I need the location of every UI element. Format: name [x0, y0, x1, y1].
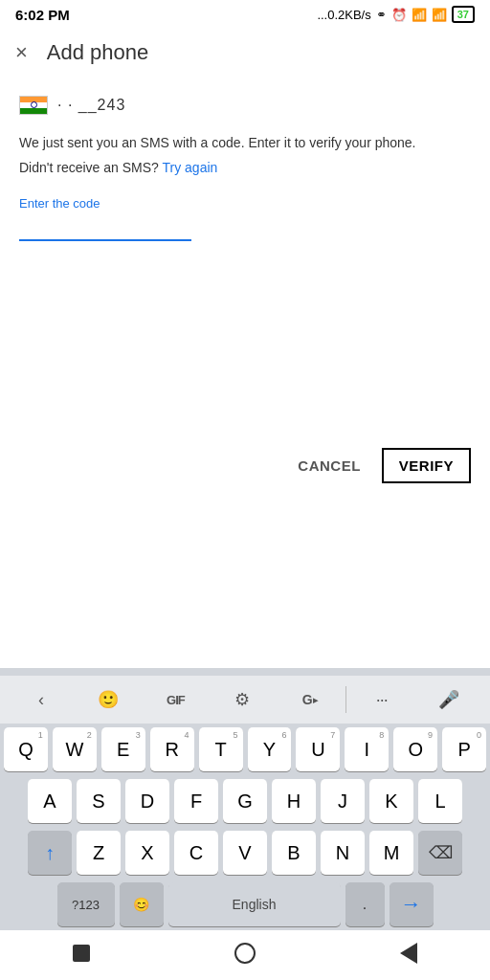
signal-icon: 📶: [412, 8, 427, 22]
status-icons: ...0.2KB/s ⚭ ⏰ 📶 📶 37: [317, 6, 475, 23]
key-k[interactable]: K: [369, 779, 413, 823]
keyboard-mic-button[interactable]: 🎤: [415, 681, 482, 718]
key-x[interactable]: X: [125, 831, 169, 875]
key-h[interactable]: H: [272, 779, 316, 823]
india-flag-icon: [19, 96, 48, 115]
verify-button[interactable]: VERIFY: [382, 448, 471, 483]
network-speed: ...0.2KB/s: [317, 8, 370, 22]
keyboard-settings-button[interactable]: ⚙: [209, 681, 276, 718]
key-j[interactable]: J: [321, 779, 365, 823]
nav-recents-button[interactable]: [62, 940, 100, 967]
key-g[interactable]: G: [223, 779, 267, 823]
key-b[interactable]: B: [272, 831, 316, 875]
page-header: × Add phone: [0, 29, 490, 77]
shift-key[interactable]: ↑: [28, 831, 72, 875]
nav-back-button[interactable]: [390, 940, 428, 967]
action-buttons: CANCEL VERIFY: [0, 433, 490, 499]
back-icon: [400, 943, 417, 964]
toolbar-divider: [345, 686, 346, 713]
key-z[interactable]: Z: [77, 831, 121, 875]
code-label: Enter the code: [19, 196, 471, 211]
key-t[interactable]: 5T: [199, 727, 243, 771]
wifi-icon: 📶: [432, 8, 447, 22]
try-again-link[interactable]: Try again: [163, 160, 218, 175]
key-n[interactable]: N: [321, 831, 365, 875]
keyboard-gif-button[interactable]: GIF: [142, 681, 209, 718]
key-l[interactable]: L: [418, 779, 462, 823]
backspace-key[interactable]: ⌫: [418, 831, 462, 875]
code-input[interactable]: [19, 214, 191, 241]
key-m[interactable]: M: [369, 831, 413, 875]
status-bar: 6:02 PM ...0.2KB/s ⚭ ⏰ 📶 📶 37: [0, 0, 490, 29]
key-o[interactable]: 9O: [393, 727, 437, 771]
key-q[interactable]: 1Q: [4, 727, 48, 771]
bluetooth-icon: ⚭: [376, 8, 387, 22]
keyboard-emoji-button[interactable]: 🙂: [75, 681, 142, 718]
no-sms-row: Didn't receive an SMS? Try again: [19, 157, 471, 178]
key-w[interactable]: 2W: [53, 727, 97, 771]
keyboard-row-3: ↑ Z X C V B N M ⌫: [0, 827, 490, 879]
numbers-key[interactable]: ?123: [57, 882, 115, 926]
phone-number: · · __243: [57, 97, 125, 114]
space-key[interactable]: English: [168, 882, 341, 926]
key-a[interactable]: A: [28, 779, 72, 823]
keyboard-more-button[interactable]: ···: [348, 681, 415, 718]
home-icon: [234, 943, 256, 964]
key-u[interactable]: 7U: [296, 727, 340, 771]
key-r[interactable]: 4R: [150, 727, 194, 771]
sms-message: We just sent you an SMS with a code. Ent…: [19, 132, 471, 153]
keyboard-back-button[interactable]: ‹: [8, 681, 75, 718]
nav-home-button[interactable]: [226, 940, 264, 967]
keyboard-translate-button[interactable]: G▸: [277, 681, 344, 718]
key-v[interactable]: V: [223, 831, 267, 875]
keyboard: ‹ 🙂 GIF ⚙ G▸ ··· 🎤 1Q 2W 3E 4R 5T 6Y 7U …: [0, 668, 490, 980]
key-y[interactable]: 6Y: [248, 727, 292, 771]
period-key[interactable]: .: [345, 882, 385, 926]
status-time: 6:02 PM: [15, 7, 70, 23]
key-p[interactable]: 0P: [442, 727, 486, 771]
enter-key[interactable]: →: [390, 882, 434, 926]
key-f[interactable]: F: [174, 779, 218, 823]
keyboard-row-4: ?123 😊 English . →: [0, 879, 490, 930]
close-button[interactable]: ×: [15, 40, 28, 65]
key-d[interactable]: D: [125, 779, 169, 823]
keyboard-row-2: A S D F G H J K L: [0, 775, 490, 827]
phone-row: · · __243: [19, 96, 471, 115]
key-i[interactable]: 8I: [345, 727, 389, 771]
main-content: · · __243 We just sent you an SMS with a…: [0, 77, 490, 241]
emoji-key[interactable]: 😊: [120, 882, 164, 926]
key-e[interactable]: 3E: [101, 727, 145, 771]
battery-indicator: 37: [452, 6, 475, 23]
key-c[interactable]: C: [174, 831, 218, 875]
alarm-icon: ⏰: [391, 8, 407, 22]
keyboard-toolbar: ‹ 🙂 GIF ⚙ G▸ ··· 🎤: [0, 676, 490, 724]
recents-icon: [73, 945, 90, 962]
navigation-bar: [0, 930, 490, 980]
page-title: Add phone: [47, 40, 148, 65]
cancel-button[interactable]: CANCEL: [286, 450, 372, 481]
keyboard-row-1: 1Q 2W 3E 4R 5T 6Y 7U 8I 9O 0P: [0, 724, 490, 775]
key-s[interactable]: S: [77, 779, 121, 823]
